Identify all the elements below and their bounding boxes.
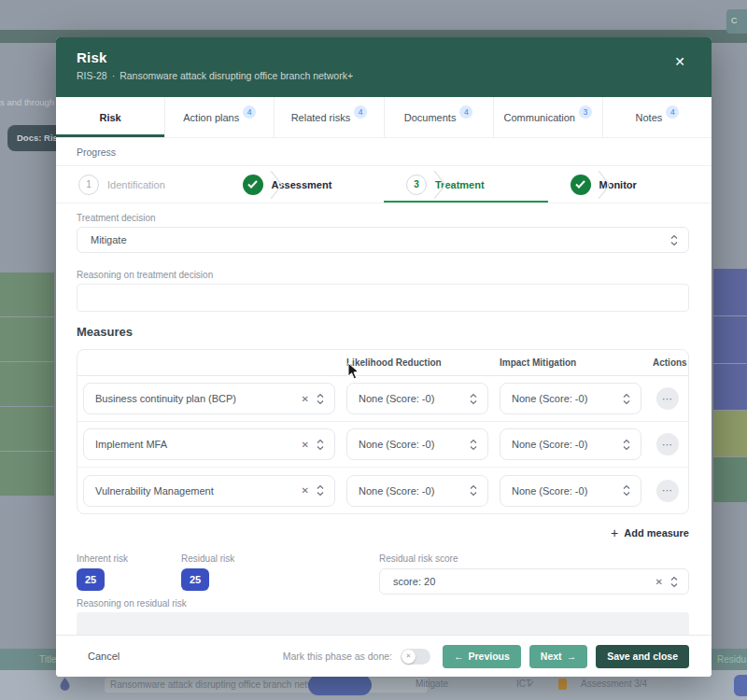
likelihood-select[interactable]: None (Score: -0)	[346, 475, 488, 507]
step-label: Identification	[107, 179, 165, 190]
measures-heading: Measures	[77, 325, 689, 339]
droplet-icon	[60, 678, 70, 691]
next-label: Next	[541, 651, 562, 662]
treatment-decision-value: Mitigate	[91, 234, 127, 245]
updown-icon	[469, 484, 478, 497]
tab-documents[interactable]: Documents4	[384, 97, 493, 137]
reasoning-treatment-label: Reasoning on treatment decision	[77, 270, 689, 280]
add-measure-button[interactable]: + Add measure	[77, 525, 689, 540]
mark-phase-done-label: Mark this phase as done:	[283, 651, 392, 662]
tab-action-plans[interactable]: Action plans4	[164, 97, 274, 137]
backdrop-create-button: C	[726, 9, 747, 34]
updown-icon	[622, 439, 631, 451]
tab-count-badge: 4	[666, 105, 679, 119]
measure-name-select[interactable]: Business continuity plan (BCP) ✕	[83, 383, 335, 414]
measure-name-value: Implement MFA	[95, 439, 167, 450]
impact-column-header: Impact Mitigation	[500, 357, 641, 368]
tab-label: Documents	[404, 112, 457, 123]
cancel-button[interactable]: Cancel	[88, 651, 120, 662]
impact-select[interactable]: None (Score: -0)	[500, 475, 641, 507]
clear-icon[interactable]: ✕	[302, 485, 309, 496]
likelihood-select[interactable]: None (Score: -0)	[346, 383, 488, 414]
left-arrow-icon: ←	[454, 651, 464, 662]
measure-name-value: Vulnerability Management	[95, 485, 214, 497]
reasoning-treatment-textarea[interactable]	[77, 284, 689, 312]
likelihood-value: None (Score: -0)	[359, 393, 434, 404]
modal-footer: Cancel Mark this phase as done: ✕ ← Prev…	[56, 635, 712, 677]
save-and-close-button[interactable]: Save and close	[596, 645, 689, 668]
measure-row: Implement MFA ✕ None (Score: -0) None (S…	[78, 422, 688, 468]
chevron-separator-icon	[270, 171, 283, 199]
impact-select[interactable]: None (Score: -0)	[500, 383, 641, 414]
clear-icon[interactable]: ✕	[302, 440, 309, 450]
likelihood-column-header: Likelihood Reduction	[346, 357, 488, 368]
measure-name-select[interactable]: Vulnerability Management ✕	[83, 475, 335, 507]
tab-label: Related risks	[291, 112, 351, 123]
right-arrow-icon: →	[567, 651, 577, 662]
inherent-risk-label: Inherent risk	[77, 553, 181, 564]
check-icon	[571, 175, 591, 195]
updown-icon	[669, 576, 679, 588]
measure-name-select[interactable]: Implement MFA ✕	[83, 428, 335, 460]
tab-count-badge: 4	[459, 105, 472, 119]
step-assessment[interactable]: Assessment	[220, 166, 385, 203]
subtitle-separator: ·	[112, 70, 116, 81]
active-step-underline	[384, 201, 548, 203]
step-monitor[interactable]: Monitor	[548, 166, 712, 203]
likelihood-value: None (Score: -0)	[359, 485, 434, 497]
risk-code: RIS-28	[77, 70, 107, 81]
backdrop-table-header-title: Title	[0, 649, 56, 670]
residual-risk-score-label: Residual risk score	[379, 553, 689, 564]
backdrop-table-header-residual: Residual	[712, 649, 747, 670]
row-actions-button[interactable]: ⋯	[656, 387, 679, 410]
measures-table: Likelihood Reduction Impact Mitigation A…	[77, 349, 689, 514]
step-number: 1	[78, 175, 99, 195]
progress-label: Progress	[56, 138, 712, 166]
updown-icon	[316, 484, 325, 497]
mark-phase-done-toggle[interactable]: ✕	[401, 649, 430, 665]
close-icon[interactable]: ✕	[674, 54, 685, 69]
previous-button[interactable]: ← Previous	[443, 645, 521, 668]
backdrop-matrix-cell	[713, 457, 747, 502]
residual-risk-label: Residual risk	[181, 553, 379, 564]
tab-risk[interactable]: Risk	[56, 97, 164, 137]
x-icon: ✕	[406, 652, 412, 660]
clear-icon[interactable]: ✕	[655, 577, 663, 587]
treatment-decision-select[interactable]: Mitigate	[77, 227, 689, 253]
next-button[interactable]: Next →	[529, 645, 587, 668]
tab-communication[interactable]: Communication3	[493, 97, 602, 137]
tab-label: Communication	[504, 112, 575, 123]
impact-value: None (Score: -0)	[512, 439, 587, 450]
treatment-decision-label: Treatment decision	[77, 213, 689, 223]
tab-count-badge: 4	[243, 105, 256, 119]
backdrop-row-title: Ransomware attack disrupting office bran…	[105, 678, 428, 693]
updown-icon	[469, 393, 478, 405]
step-identification[interactable]: 1 Identification	[56, 166, 220, 203]
risk-modal: Risk RIS-28·Ransomware attack disrupting…	[56, 37, 712, 677]
residual-risk-score-value: score: 20	[393, 576, 435, 587]
row-actions-button[interactable]: ⋯	[656, 480, 679, 502]
measure-name-value: Business continuity plan (BCP)	[95, 393, 236, 404]
step-treatment[interactable]: 3 Treatment	[384, 166, 548, 203]
check-icon	[243, 175, 263, 195]
chevron-separator-icon	[598, 171, 611, 199]
row-actions-button[interactable]: ⋯	[656, 433, 679, 455]
backdrop-matrix-cell	[0, 452, 54, 496]
likelihood-select[interactable]: None (Score: -0)	[346, 428, 488, 460]
updown-icon	[469, 439, 478, 451]
backdrop-row-ict: ICT	[516, 679, 531, 689]
clear-icon[interactable]: ✕	[302, 394, 309, 404]
tab-notes[interactable]: Notes4	[602, 97, 712, 137]
tab-label: Risk	[99, 112, 120, 123]
tab-related-risks[interactable]: Related risks4	[274, 97, 383, 137]
residual-risk-score-input[interactable]: score: 20 ✕	[379, 568, 689, 595]
residual-risk-badge: 25	[181, 568, 209, 591]
add-measure-label: Add measure	[624, 527, 689, 539]
step-number: 3	[406, 175, 427, 195]
backdrop-matrix-cell	[0, 362, 54, 406]
modal-header: Risk RIS-28·Ransomware attack disrupting…	[56, 37, 712, 97]
tab-count-badge: 3	[579, 105, 592, 119]
modal-subtitle: RIS-28·Ransomware attack disrupting offi…	[77, 70, 691, 81]
tab-count-badge: 4	[354, 105, 367, 119]
impact-select[interactable]: None (Score: -0)	[500, 428, 641, 460]
